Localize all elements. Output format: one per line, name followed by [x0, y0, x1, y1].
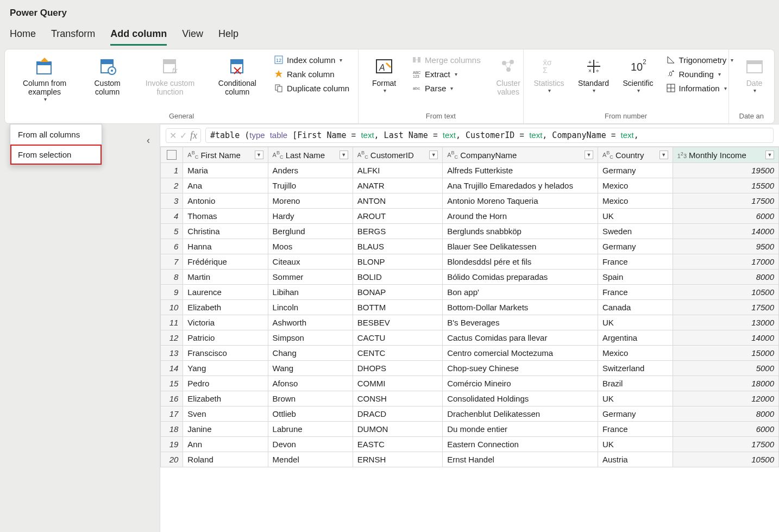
cell[interactable]: 15500 — [673, 178, 778, 193]
cell[interactable]: Mexico — [598, 178, 673, 193]
cell[interactable]: UK — [598, 391, 673, 406]
cell[interactable]: UK — [598, 437, 673, 452]
cell[interactable]: Patricio — [183, 330, 268, 346]
table-row[interactable]: 6HannaMoosBLAUSBlauer See DelikatessenGe… — [161, 239, 779, 254]
cell[interactable]: 12000 — [673, 391, 778, 406]
cell[interactable]: BONAP — [353, 285, 442, 300]
column-filter-button[interactable]: ▼ — [255, 151, 263, 159]
cell[interactable]: Laurence — [183, 285, 268, 300]
cell[interactable]: Blauer See Delikatessen — [443, 239, 598, 254]
table-row[interactable]: 13FransciscoChangCENTCCentro comercial M… — [161, 346, 779, 361]
cell[interactable]: EASTC — [353, 437, 442, 452]
cell[interactable]: Lincoln — [268, 300, 353, 315]
cell[interactable]: BESBEV — [353, 315, 442, 330]
cell[interactable]: Ann — [183, 437, 268, 452]
table-row[interactable]: 10ElizabethLincolnBOTTMBottom-Dollar Mar… — [161, 300, 779, 315]
cell[interactable]: 9500 — [673, 239, 778, 254]
table-row[interactable]: 17SvenOttliebDRACDDrachenblut Delikatess… — [161, 406, 779, 422]
cell[interactable]: Ernst Handel — [443, 452, 598, 467]
cell[interactable]: Switzerland — [598, 361, 673, 376]
column-from-examples-button[interactable]: Column from examples ▾ — [10, 54, 79, 104]
column-filter-button[interactable]: ▼ — [429, 151, 438, 159]
cell[interactable]: Pedro — [183, 376, 268, 391]
cell[interactable]: Brown — [268, 391, 353, 406]
cell[interactable]: Blondesddsl pére et fils — [443, 254, 598, 270]
cell[interactable]: Anders — [268, 163, 353, 178]
column-header-monthly-income[interactable]: 123Monthly Income▼ — [673, 147, 778, 163]
cancel-formula-button[interactable]: ✕ — [169, 130, 177, 141]
cell[interactable]: Victoria — [183, 315, 268, 330]
cell[interactable]: Austria — [598, 452, 673, 467]
column-filter-button[interactable]: ▼ — [585, 151, 593, 159]
table-row[interactable]: 14YangWangDHOPSChop-suey ChineseSwitzerl… — [161, 361, 779, 376]
cell[interactable]: 18000 — [673, 376, 778, 391]
cell[interactable]: Spain — [598, 270, 673, 285]
table-row[interactable]: 7FrédériqueCiteauxBLONPBlondesddsl pére … — [161, 254, 779, 270]
cell[interactable]: DHOPS — [353, 361, 442, 376]
cell[interactable]: Maria — [183, 163, 268, 178]
index-column-button[interactable]: 12Index column▾ — [271, 54, 353, 66]
cell[interactable]: Hanna — [183, 239, 268, 254]
column-header-country[interactable]: ABCCountry▼ — [598, 147, 673, 163]
cell[interactable]: 17500 — [673, 437, 778, 452]
cell[interactable]: Drachenblut Delikatessen — [443, 406, 598, 422]
commit-formula-button[interactable]: ✓ — [180, 130, 187, 141]
cell[interactable]: Mendel — [268, 452, 353, 467]
select-all-corner[interactable] — [161, 147, 183, 163]
cell[interactable]: DRACD — [353, 406, 442, 422]
cell[interactable]: Alfreds Futterkiste — [443, 163, 598, 178]
scientific-button[interactable]: 102 Scientific▾ — [618, 54, 658, 96]
cell[interactable]: Bottom-Dollar Markets — [443, 300, 598, 315]
collapse-sidebar-button[interactable]: ‹ — [147, 135, 150, 146]
information-button[interactable]: Information▾ — [663, 82, 737, 94]
table-row[interactable]: 2AnaTrujilloANATRAna Trujillo Emaredados… — [161, 178, 779, 193]
cell[interactable]: 19500 — [673, 163, 778, 178]
cell[interactable]: Germany — [598, 239, 673, 254]
cell[interactable]: ANATR — [353, 178, 442, 193]
cell[interactable]: ANTON — [353, 193, 442, 209]
cell[interactable]: Argentina — [598, 330, 673, 346]
cell[interactable]: 10500 — [673, 452, 778, 467]
cell[interactable]: Centro comercial Moctezuma — [443, 346, 598, 361]
table-row[interactable]: 5ChristinaBerglundBERGSBerglunds snabbkö… — [161, 224, 779, 239]
cell[interactable]: Mexico — [598, 346, 673, 361]
format-button[interactable]: A Format ▾ — [364, 54, 404, 96]
cell[interactable]: Christina — [183, 224, 268, 239]
column-header-companyname[interactable]: ABCCompanyName▼ — [443, 147, 598, 163]
cell[interactable]: Sweden — [598, 224, 673, 239]
cell[interactable]: Bon app' — [443, 285, 598, 300]
cell[interactable]: Labrune — [268, 422, 353, 437]
cell[interactable]: B's Beverages — [443, 315, 598, 330]
cell[interactable]: Antonio — [183, 193, 268, 209]
cell[interactable]: Brazil — [598, 376, 673, 391]
table-row[interactable]: 20RolandMendelERNSHErnst HandelAustria10… — [161, 452, 779, 467]
cell[interactable]: Germany — [598, 406, 673, 422]
cell[interactable]: ALFKI — [353, 163, 442, 178]
cell[interactable]: CACTU — [353, 330, 442, 346]
cell[interactable]: Yang — [183, 361, 268, 376]
cell[interactable]: Berglund — [268, 224, 353, 239]
cell[interactable]: Moreno — [268, 193, 353, 209]
cell[interactable]: Wang — [268, 361, 353, 376]
trigonometry-button[interactable]: Trigonometry▾ — [663, 54, 737, 66]
table-row[interactable]: 12PatricioSimpsonCACTUCactus Comidas par… — [161, 330, 779, 346]
tab-help[interactable]: Help — [218, 28, 238, 46]
table-row[interactable]: 8MartinSommerBOLIDBólido Comidas prepara… — [161, 270, 779, 285]
cell[interactable]: 14000 — [673, 224, 778, 239]
cell[interactable]: Sven — [183, 406, 268, 422]
cell[interactable]: 6000 — [673, 422, 778, 437]
cell[interactable]: Around the Horn — [443, 209, 598, 224]
table-row[interactable]: 19AnnDevonEASTCEastern ConnectionUK17500 — [161, 437, 779, 452]
cell[interactable]: 8000 — [673, 406, 778, 422]
cell[interactable]: 17500 — [673, 300, 778, 315]
cell[interactable]: BLONP — [353, 254, 442, 270]
conditional-column-button[interactable]: Conditional column — [209, 54, 266, 98]
column-filter-button[interactable]: ▼ — [340, 151, 348, 159]
standard-button[interactable]: +−×÷ Standard▾ — [574, 54, 614, 96]
cell[interactable]: Germany — [598, 163, 673, 178]
tab-transform[interactable]: Transform — [51, 28, 95, 46]
formula-input[interactable]: #table (type table [First Name = text, L… — [205, 128, 774, 143]
table-row[interactable]: 1MariaAndersALFKIAlfreds FutterkisteGerm… — [161, 163, 779, 178]
cell[interactable]: 10500 — [673, 285, 778, 300]
cell[interactable]: Ana — [183, 178, 268, 193]
